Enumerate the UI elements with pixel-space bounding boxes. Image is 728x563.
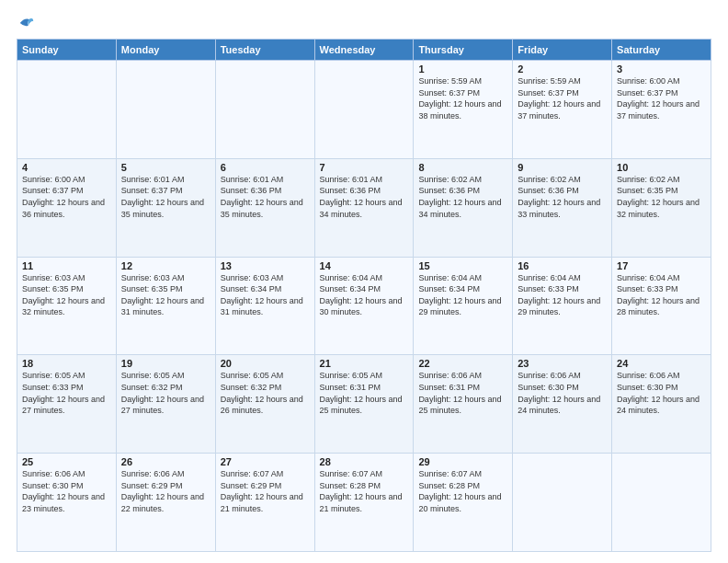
day-number: 9 <box>518 162 607 173</box>
day-info: Sunrise: 6:03 AMSunset: 6:35 PMDaylight:… <box>22 272 111 318</box>
day-number: 2 <box>518 63 607 75</box>
day-number: 15 <box>418 260 507 271</box>
day-info: Sunrise: 6:04 AMSunset: 6:33 PMDaylight:… <box>617 272 706 318</box>
day-number: 13 <box>221 260 310 271</box>
day-number: 16 <box>518 260 607 271</box>
calendar-cell <box>116 61 215 159</box>
calendar-cell: 23Sunrise: 6:06 AMSunset: 6:30 PMDayligh… <box>513 355 612 454</box>
day-number: 20 <box>221 358 310 369</box>
weekday-header: Saturday <box>612 40 711 61</box>
day-number: 1 <box>418 63 507 75</box>
day-info: Sunrise: 6:04 AMSunset: 6:34 PMDaylight:… <box>418 272 507 318</box>
calendar-cell: 14Sunrise: 6:04 AMSunset: 6:34 PMDayligh… <box>314 257 414 355</box>
calendar-cell: 17Sunrise: 6:04 AMSunset: 6:33 PMDayligh… <box>612 257 711 355</box>
day-number: 26 <box>121 456 210 467</box>
page-header <box>17 15 711 31</box>
calendar-cell: 11Sunrise: 6:03 AMSunset: 6:35 PMDayligh… <box>17 257 117 355</box>
day-info: Sunrise: 6:01 AMSunset: 6:37 PMDaylight:… <box>121 174 210 220</box>
calendar-cell: 8Sunrise: 6:02 AMSunset: 6:36 PMDaylight… <box>414 158 513 257</box>
day-info: Sunrise: 6:05 AMSunset: 6:31 PMDaylight:… <box>320 370 409 416</box>
day-number: 22 <box>418 358 507 369</box>
day-info: Sunrise: 6:07 AMSunset: 6:28 PMDaylight:… <box>418 468 507 514</box>
day-info: Sunrise: 5:59 AMSunset: 6:37 PMDaylight:… <box>518 75 607 121</box>
day-number: 29 <box>418 456 507 467</box>
calendar-cell: 2Sunrise: 5:59 AMSunset: 6:37 PMDaylight… <box>513 61 612 159</box>
calendar-cell: 21Sunrise: 6:05 AMSunset: 6:31 PMDayligh… <box>314 355 414 454</box>
calendar-cell: 6Sunrise: 6:01 AMSunset: 6:36 PMDaylight… <box>215 158 314 257</box>
calendar-cell <box>314 61 414 159</box>
day-number: 27 <box>221 456 310 467</box>
calendar-cell: 25Sunrise: 6:06 AMSunset: 6:30 PMDayligh… <box>17 454 117 552</box>
calendar-cell: 4Sunrise: 6:00 AMSunset: 6:37 PMDaylight… <box>17 158 117 257</box>
calendar-cell: 13Sunrise: 6:03 AMSunset: 6:34 PMDayligh… <box>215 257 314 355</box>
calendar-header-row: SundayMondayTuesdayWednesdayThursdayFrid… <box>17 40 711 61</box>
day-number: 23 <box>518 358 607 369</box>
calendar-week-row: 25Sunrise: 6:06 AMSunset: 6:30 PMDayligh… <box>17 454 711 552</box>
day-info: Sunrise: 6:03 AMSunset: 6:34 PMDaylight:… <box>221 272 310 318</box>
calendar-cell: 20Sunrise: 6:05 AMSunset: 6:32 PMDayligh… <box>215 355 314 454</box>
weekday-header: Wednesday <box>314 40 414 61</box>
calendar-week-row: 4Sunrise: 6:00 AMSunset: 6:37 PMDaylight… <box>17 158 711 257</box>
calendar-cell: 12Sunrise: 6:03 AMSunset: 6:35 PMDayligh… <box>116 257 215 355</box>
weekday-header: Thursday <box>414 40 513 61</box>
calendar-page: SundayMondayTuesdayWednesdayThursdayFrid… <box>0 0 728 563</box>
day-info: Sunrise: 6:07 AMSunset: 6:29 PMDaylight:… <box>221 468 310 514</box>
day-info: Sunrise: 6:06 AMSunset: 6:31 PMDaylight:… <box>418 370 507 416</box>
day-number: 8 <box>418 162 507 173</box>
day-number: 4 <box>22 162 111 173</box>
day-number: 12 <box>121 260 210 271</box>
calendar-cell: 27Sunrise: 6:07 AMSunset: 6:29 PMDayligh… <box>215 454 314 552</box>
calendar-cell: 26Sunrise: 6:06 AMSunset: 6:29 PMDayligh… <box>116 454 215 552</box>
weekday-header: Friday <box>513 40 612 61</box>
calendar-cell: 7Sunrise: 6:01 AMSunset: 6:36 PMDaylight… <box>314 158 414 257</box>
calendar-cell <box>513 454 612 552</box>
calendar-cell <box>215 61 314 159</box>
calendar-cell: 5Sunrise: 6:01 AMSunset: 6:37 PMDaylight… <box>116 158 215 257</box>
calendar-cell: 10Sunrise: 6:02 AMSunset: 6:35 PMDayligh… <box>612 158 711 257</box>
day-number: 17 <box>617 260 706 271</box>
day-info: Sunrise: 6:01 AMSunset: 6:36 PMDaylight:… <box>221 174 310 220</box>
calendar-week-row: 1Sunrise: 5:59 AMSunset: 6:37 PMDaylight… <box>17 61 711 159</box>
calendar-cell: 1Sunrise: 5:59 AMSunset: 6:37 PMDaylight… <box>414 61 513 159</box>
day-number: 24 <box>617 358 706 369</box>
calendar-cell <box>612 454 711 552</box>
calendar-week-row: 18Sunrise: 6:05 AMSunset: 6:33 PMDayligh… <box>17 355 711 454</box>
day-info: Sunrise: 5:59 AMSunset: 6:37 PMDaylight:… <box>418 75 507 121</box>
day-number: 10 <box>617 162 706 173</box>
day-info: Sunrise: 6:04 AMSunset: 6:34 PMDaylight:… <box>320 272 409 318</box>
calendar-cell: 15Sunrise: 6:04 AMSunset: 6:34 PMDayligh… <box>414 257 513 355</box>
day-info: Sunrise: 6:03 AMSunset: 6:35 PMDaylight:… <box>121 272 210 318</box>
day-info: Sunrise: 6:00 AMSunset: 6:37 PMDaylight:… <box>617 75 706 121</box>
calendar-cell: 9Sunrise: 6:02 AMSunset: 6:36 PMDaylight… <box>513 158 612 257</box>
calendar-cell <box>17 61 117 159</box>
day-number: 28 <box>320 456 409 467</box>
day-info: Sunrise: 6:02 AMSunset: 6:36 PMDaylight:… <box>518 174 607 220</box>
calendar-week-row: 11Sunrise: 6:03 AMSunset: 6:35 PMDayligh… <box>17 257 711 355</box>
day-info: Sunrise: 6:02 AMSunset: 6:36 PMDaylight:… <box>418 174 507 220</box>
day-info: Sunrise: 6:05 AMSunset: 6:32 PMDaylight:… <box>121 370 210 416</box>
day-number: 3 <box>617 63 706 75</box>
day-number: 18 <box>22 358 111 369</box>
day-number: 14 <box>320 260 409 271</box>
calendar-cell: 22Sunrise: 6:06 AMSunset: 6:31 PMDayligh… <box>414 355 513 454</box>
weekday-header: Tuesday <box>215 40 314 61</box>
day-info: Sunrise: 6:00 AMSunset: 6:37 PMDaylight:… <box>22 174 111 220</box>
day-info: Sunrise: 6:06 AMSunset: 6:30 PMDaylight:… <box>518 370 607 416</box>
day-info: Sunrise: 6:06 AMSunset: 6:29 PMDaylight:… <box>121 468 210 514</box>
calendar-cell: 19Sunrise: 6:05 AMSunset: 6:32 PMDayligh… <box>116 355 215 454</box>
day-number: 11 <box>22 260 111 271</box>
calendar-cell: 28Sunrise: 6:07 AMSunset: 6:28 PMDayligh… <box>314 454 414 552</box>
calendar-cell: 3Sunrise: 6:00 AMSunset: 6:37 PMDaylight… <box>612 61 711 159</box>
day-info: Sunrise: 6:06 AMSunset: 6:30 PMDaylight:… <box>617 370 706 416</box>
day-info: Sunrise: 6:04 AMSunset: 6:33 PMDaylight:… <box>518 272 607 318</box>
calendar-cell: 16Sunrise: 6:04 AMSunset: 6:33 PMDayligh… <box>513 257 612 355</box>
day-info: Sunrise: 6:01 AMSunset: 6:36 PMDaylight:… <box>320 174 409 220</box>
weekday-header: Sunday <box>17 40 117 61</box>
day-info: Sunrise: 6:07 AMSunset: 6:28 PMDaylight:… <box>320 468 409 514</box>
calendar-cell: 24Sunrise: 6:06 AMSunset: 6:30 PMDayligh… <box>612 355 711 454</box>
day-info: Sunrise: 6:02 AMSunset: 6:35 PMDaylight:… <box>617 174 706 220</box>
calendar-cell: 18Sunrise: 6:05 AMSunset: 6:33 PMDayligh… <box>17 355 117 454</box>
day-number: 5 <box>121 162 210 173</box>
day-info: Sunrise: 6:05 AMSunset: 6:32 PMDaylight:… <box>221 370 310 416</box>
day-info: Sunrise: 6:05 AMSunset: 6:33 PMDaylight:… <box>22 370 111 416</box>
